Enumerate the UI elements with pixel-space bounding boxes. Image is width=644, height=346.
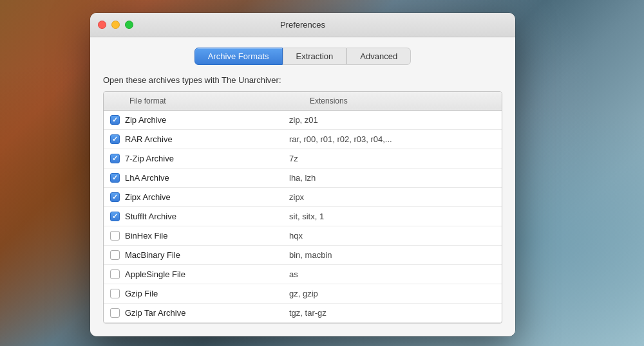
tab-advanced[interactable]: Advanced (346, 48, 411, 65)
table-row: BinHex Filehqx (104, 226, 502, 246)
format-extensions-8: as (284, 267, 502, 282)
titlebar: Preferences (90, 13, 515, 37)
format-checkbox-10[interactable] (110, 308, 120, 318)
table-row: Gzip Filegz, gzip (104, 284, 502, 304)
format-name-9: Gzip File (125, 289, 158, 298)
formats-table: File format Extensions Zip Archivezip, z… (103, 91, 502, 323)
table-body[interactable]: Zip Archivezip, z01RAR Archiverar, r00, … (104, 111, 502, 323)
format-extensions-4: zipx (284, 190, 502, 205)
minimize-button[interactable] (111, 21, 120, 29)
format-extensions-1: rar, r00, r01, r02, r03, r04,... (284, 132, 502, 147)
table-row: Zipx Archivezipx (104, 188, 502, 207)
section-description: Open these archives types with The Unarc… (103, 75, 502, 85)
format-checkbox-6[interactable] (110, 231, 120, 241)
format-extensions-7: bin, macbin (284, 248, 502, 262)
format-extensions-2: 7z (284, 151, 502, 166)
maximize-button[interactable] (125, 21, 133, 29)
table-row: MacBinary Filebin, macbin (104, 246, 502, 265)
table-header: File format Extensions (104, 92, 502, 111)
format-checkbox-0[interactable] (110, 115, 120, 125)
table-row: 7-Zip Archive7z (104, 149, 502, 168)
format-name-6: BinHex File (125, 231, 167, 241)
format-extensions-0: zip, z01 (284, 113, 502, 127)
tab-extraction[interactable]: Extraction (283, 48, 347, 65)
format-checkbox-5[interactable] (110, 212, 120, 221)
tab-bar: Archive Formats Extraction Advanced (103, 48, 502, 65)
table-row: AppleSingle Fileas (104, 265, 502, 284)
format-name-10: Gzip Tar Archive (125, 308, 185, 318)
format-checkbox-4[interactable] (110, 192, 120, 202)
format-name-4: Zipx Archive (125, 192, 171, 202)
format-name-3: LhA Archive (125, 173, 169, 183)
format-checkbox-8[interactable] (110, 269, 120, 279)
format-name-7: MacBinary File (125, 250, 180, 260)
table-row: LhA Archivelha, lzh (104, 168, 502, 188)
traffic-lights (98, 21, 133, 29)
format-checkbox-2[interactable] (110, 154, 120, 163)
preferences-window: Preferences Archive Formats Extraction A… (90, 13, 515, 336)
format-name-8: AppleSingle File (125, 269, 185, 279)
format-extensions-9: gz, gzip (284, 286, 502, 301)
format-name-5: StuffIt Archive (125, 212, 176, 221)
window-content: Archive Formats Extraction Advanced Open… (90, 37, 515, 336)
format-checkbox-3[interactable] (110, 173, 120, 183)
table-row: StuffIt Archivesit, sitx, 1 (104, 207, 502, 226)
format-checkbox-1[interactable] (110, 134, 120, 144)
tab-archive-formats[interactable]: Archive Formats (194, 48, 283, 65)
format-name-2: 7-Zip Archive (125, 154, 174, 163)
format-checkbox-7[interactable] (110, 250, 120, 260)
format-checkbox-9[interactable] (110, 289, 120, 298)
table-row: Zip Archivezip, z01 (104, 111, 502, 130)
window-title: Preferences (280, 20, 325, 30)
column-header-file-format: File format (104, 95, 284, 107)
format-extensions-10: tgz, tar-gz (284, 305, 502, 320)
table-row: Gzip Tar Archivetgz, tar-gz (104, 304, 502, 323)
format-name-1: RAR Archive (125, 134, 173, 144)
format-extensions-3: lha, lzh (284, 170, 502, 185)
format-extensions-6: hqx (284, 228, 502, 243)
table-row: RAR Archiverar, r00, r01, r02, r03, r04,… (104, 130, 502, 149)
format-extensions-5: sit, sitx, 1 (284, 209, 502, 224)
column-header-extensions: Extensions (284, 95, 502, 107)
format-name-0: Zip Archive (125, 115, 166, 125)
close-button[interactable] (98, 21, 106, 29)
